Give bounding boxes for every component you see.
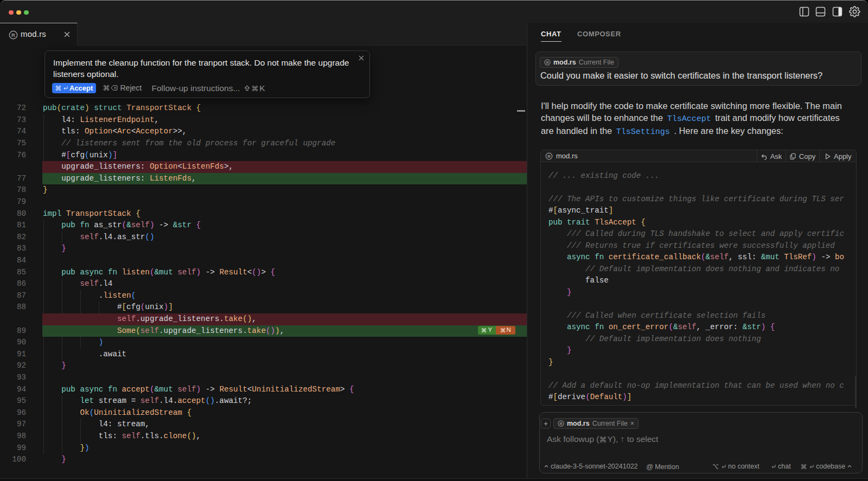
svg-text:R: R [546,60,548,64]
svg-text:R: R [547,154,551,159]
svg-text:R: R [11,32,15,38]
svg-text:R: R [559,421,562,425]
